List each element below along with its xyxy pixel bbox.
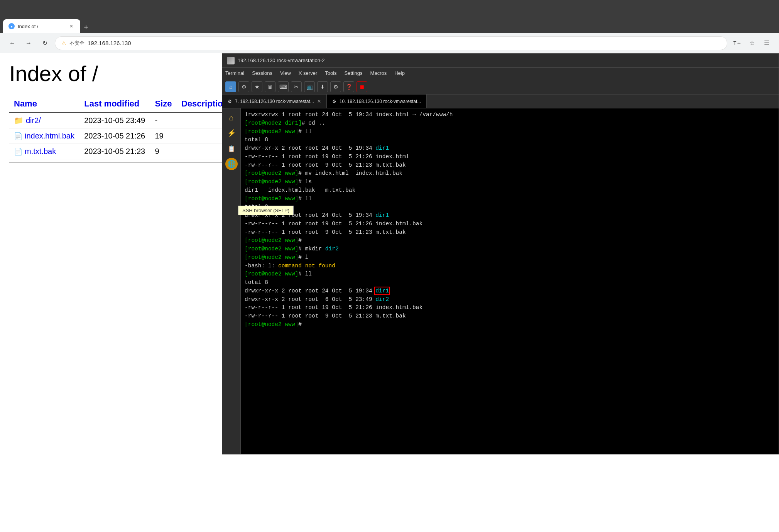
terminal-line: total 8 [245,136,775,144]
terminal-body[interactable]: lrwxrwxrwx 1 root root 24 Oct 5 19:34 in… [241,108,779,454]
terminal-menu-tools[interactable]: Tools [325,70,336,76]
terminal-line: drwxr-xr-x 2 root root 24 Oct 5 19:34 di… [245,211,775,220]
file-link[interactable]: 📁 dir2/ [14,116,75,125]
terminal-line: [root@node2 www]# l [245,253,775,262]
new-tab-button[interactable]: + [80,22,92,33]
terminal-menu-settings[interactable]: Settings [345,70,363,76]
terminal-line: [root@node2 www]# ll [245,270,775,279]
terminal-line: -rw-r--r-- 1 root root 19 Oct 5 21:26 in… [245,220,775,228]
terminal-title-bar: 192.168.126.130 rock-vmwarestation-2 [222,54,779,68]
table-row: 📄 index.html.bak2023-10-05 21:2619 [9,128,233,144]
terminal-tab-label-0: 7. 192.168.126.130 rock-vmwarestat... [235,99,314,104]
terminal-line: -rw-r--r-- 1 root root 19 Oct 5 21:26 in… [245,304,775,312]
terminal-window: 192.168.126.130 rock-vmwarestation-2 Ter… [222,53,779,454]
toolbar-btn-8[interactable]: ⬇ [317,81,328,92]
file-modified: 2023-10-05 21:23 [79,144,150,159]
doc-icon: 📄 [14,147,22,156]
folder-icon: 📁 [14,116,24,125]
top-divider [9,94,233,94]
reload-button[interactable]: ↻ [39,37,51,49]
translate-button[interactable]: T↔ [731,37,744,49]
terminal-left-sidebar: ⌂ ⚡ 📋 🌐 [222,108,241,454]
active-tab[interactable]: ● Index of / ✕ [3,19,80,33]
toolbar-btn-7[interactable]: 📺 [304,81,315,92]
toolbar-btn-1[interactable]: ⌂ [225,81,236,92]
file-table: Name Last modified Size Description 📁 di… [9,96,233,159]
terminal-line: total 8 [245,203,775,211]
file-size: 9 [150,144,177,159]
terminal-menu-x server[interactable]: X server [299,70,317,76]
terminal-menu-bar: TerminalSessionsViewX serverToolsSetting… [222,68,779,79]
tab-close-button[interactable]: ✕ [68,23,75,30]
file-size: - [150,112,177,128]
file-link[interactable]: 📄 index.html.bak [14,132,75,140]
terminal-app-icon [227,57,235,64]
security-warning-text: 不安全 [69,40,84,47]
terminal-line: drwxr-xr-x 2 root root 24 Oct 5 19:34 di… [245,144,775,153]
toolbar-btn-10[interactable]: ❓ [343,81,354,92]
terminal-line: drwxr-xr-x 2 root root 6 Oct 5 23:49 dir… [245,296,775,304]
tab-bar: ● Index of / ✕ + [0,16,779,33]
terminal-line: -bash: l: command not found [245,262,775,270]
terminal-line: [root@node2 www]# [245,321,775,329]
bottom-divider [9,162,233,163]
sidebar-home-icon[interactable]: ⌂ [225,111,238,124]
file-modified: 2023-10-05 21:26 [79,128,150,144]
terminal-line: -rw-r--r-- 1 root root 9 Oct 5 21:23 m.t… [245,312,775,321]
toolbar-btn-3[interactable]: ★ [252,81,262,92]
terminal-line: [root@node2 www]# ll [245,195,775,203]
toolbar-btn-5[interactable]: ⌨ [278,81,289,92]
terminal-tab-close-0[interactable]: ✕ [317,99,321,104]
terminal-line: lrwxrwxrwx 1 root root 24 Oct 5 19:34 in… [245,111,775,119]
table-row: 📄 m.txt.bak2023-10-05 21:239 [9,144,233,159]
ssh-tooltip: SSH browser (SFTP) [238,206,294,215]
terminal-menu-macros[interactable]: Macros [370,70,387,76]
terminal-line: [root@node2 dir1]# cd .. [245,119,775,128]
terminal-tab-1[interactable]: ⚙10. 192.168.126.130 rock-vmwarestat... [327,95,427,108]
terminal-tabs-bar: ⚙7. 192.168.126.130 rock-vmwarestat...✕⚙… [222,95,779,108]
terminal-menu-help[interactable]: Help [394,70,405,76]
title-bar [0,0,779,16]
sidebar-sftp-icon[interactable]: 🌐 [225,158,238,170]
terminal-menu-sessions[interactable]: Sessions [252,70,272,76]
toolbar-btn-stop[interactable]: ⏹ [357,81,367,92]
menu-button[interactable]: ☰ [760,37,773,49]
col-name-link[interactable]: Name [14,99,37,108]
terminal-menu-view[interactable]: View [280,70,291,76]
toolbar-btn-9[interactable]: ⚙ [330,81,341,92]
forward-button[interactable]: → [22,37,35,49]
terminal-line: [root@node2 www]# [245,236,775,245]
sidebar-sessions-icon[interactable]: 📋 [225,142,238,155]
terminal-line: [root@node2 www]# ls [245,178,775,186]
toolbar-btn-6[interactable]: ✂ [291,81,302,92]
terminal-sidebar-layout: ⌂ ⚡ 📋 🌐 lrwxrwxrwx 1 root root 24 Oct 5 … [222,108,779,454]
toolbar-btn-2[interactable]: ⚙ [238,81,249,92]
tab-favicon: ● [8,23,15,29]
terminal-line: total 8 [245,279,775,287]
terminal-tab-label-1: 10. 192.168.126.130 rock-vmwarestat... [340,99,421,104]
terminal-tab-0[interactable]: ⚙7. 192.168.126.130 rock-vmwarestat...✕ [222,95,327,108]
tab-label: Index of / [18,24,38,29]
nav-right-icons: T↔ ☆ ☰ [731,37,773,49]
nav-bar: ← → ↻ ⚠ 不安全 192.168.126.130 T↔ ☆ ☰ [0,33,779,53]
terminal-line: drwxr-xr-x 2 root root 24 Oct 5 19:34 di… [245,287,775,296]
back-button[interactable]: ← [6,37,19,49]
sidebar-connect-icon[interactable]: ⚡ [225,127,238,139]
terminal-tab-icon-0: ⚙ [228,99,232,104]
browser-window: ● Index of / ✕ + ← → ↻ ⚠ 不安全 192.168.126… [0,0,779,532]
terminal-line: [root@node2 www]# ll [245,128,775,136]
terminal-line: -rw-r--r-- 1 root root 9 Oct 5 21:23 m.t… [245,161,775,170]
col-size-link[interactable]: Size [155,99,172,108]
terminal-line: [root@node2 www]# mv index.html index.ht… [245,169,775,178]
col-modified-link[interactable]: Last modified [84,99,139,108]
bookmark-button[interactable]: ☆ [746,37,758,49]
terminal-tab-icon-1: ⚙ [332,99,336,104]
table-row: 📁 dir2/2023-10-05 23:49- [9,112,233,128]
col-desc-link[interactable]: Description [181,99,228,108]
terminal-menu-terminal[interactable]: Terminal [225,70,244,76]
file-size: 19 [150,128,177,144]
file-link[interactable]: 📄 m.txt.bak [14,147,75,156]
file-modified: 2023-10-05 23:49 [79,112,150,128]
toolbar-btn-4[interactable]: 🖥 [265,81,275,92]
address-bar[interactable]: ⚠ 不安全 192.168.126.130 [55,36,727,50]
